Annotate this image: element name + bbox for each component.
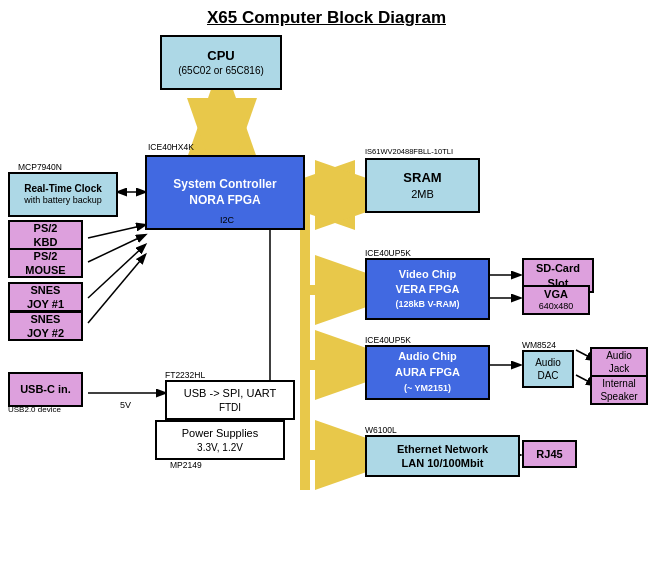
audio-jack-box: AudioJack: [590, 347, 648, 377]
audio-jack-label: AudioJack: [606, 349, 632, 375]
rj45-box: RJ45: [522, 440, 577, 468]
svg-line-12: [88, 235, 145, 262]
ethernet-box: Ethernet NetworkLAN 10/100Mbit: [365, 435, 520, 477]
sc-label: System Controller: [173, 177, 276, 193]
ethernet-label: Ethernet NetworkLAN 10/100Mbit: [397, 442, 488, 471]
vga-label: VGA: [544, 287, 568, 301]
ftdi-chip-label: FT2232HL: [165, 370, 205, 380]
nora-chip-label: ICE40HX4K: [148, 142, 194, 152]
snes-joy1-box: SNESJOY #1: [8, 282, 83, 312]
usbc-sub: USB2.0 device: [8, 405, 61, 414]
internal-speaker-label: InternalSpeaker: [600, 377, 637, 403]
eth-chip-label: W6100L: [365, 425, 397, 435]
ps2-mouse-box: PS/2MOUSE: [8, 248, 83, 278]
audio-chip-box: Audio ChipAURA FPGA(~ YM2151): [365, 345, 490, 400]
power-label: Power Supplies: [182, 426, 258, 440]
sram-label: SRAM: [403, 170, 441, 187]
rtc-sub: with battery backup: [24, 195, 102, 207]
cpu-sub: (65C02 or 65C816): [178, 64, 264, 77]
svg-line-11: [88, 225, 145, 238]
usb-spi-label: USB -> SPI, UART: [184, 386, 276, 400]
ps2-kbd-label: PS/2KBD: [34, 221, 58, 250]
diagram: X65 Computer Block Diagram: [0, 0, 653, 561]
sc-sub: NORA FPGA: [189, 193, 261, 209]
sram-box: SRAM 2MB: [365, 158, 480, 213]
dac-label: AudioDAC: [535, 356, 561, 382]
usb-spi-box: USB -> SPI, UART FTDI: [165, 380, 295, 420]
cpu-box: CPU (65C02 or 65C816): [160, 35, 282, 90]
5v-label: 5V: [120, 400, 131, 410]
i2c-label: I2C: [220, 215, 234, 225]
ps2-mouse-label: PS/2MOUSE: [25, 249, 65, 278]
internal-speaker-box: InternalSpeaker: [590, 375, 648, 405]
sram-chip-label: IS61WV20488FBLL-10TLI: [365, 147, 453, 156]
snes-joy2-label: SNESJOY #2: [27, 312, 64, 341]
video-label: Video ChipVERA FPGA(128kB V-RAM): [395, 267, 459, 310]
usb-spi-sub: FTDI: [219, 401, 241, 414]
power-box: Power Supplies 3.3V, 1.2V: [155, 420, 285, 460]
audio-chip-label-chip: ICE40UP5K: [365, 335, 411, 345]
dac-chip-label: WM8524: [522, 340, 556, 350]
ps2-kbd-box: PS/2KBD: [8, 220, 83, 250]
audio-label: Audio ChipAURA FPGA(~ YM2151): [395, 349, 460, 395]
video-chip-box: Video ChipVERA FPGA(128kB V-RAM): [365, 258, 490, 320]
vga-box: VGA 640x480: [522, 285, 590, 315]
rtc-box: Real-Time Clock with battery backup: [8, 172, 118, 217]
video-chip-label-chip: ICE40UP5K: [365, 248, 411, 258]
svg-line-14: [88, 255, 145, 323]
rtc-label: Real-Time Clock: [24, 182, 102, 195]
page-title: X65 Computer Block Diagram: [0, 0, 653, 28]
cpu-label: CPU: [207, 48, 234, 65]
power-chip-label: MP2149: [170, 460, 202, 470]
usbc-label: USB-C in.: [20, 382, 71, 396]
sram-sub: 2MB: [411, 187, 434, 201]
snes-joy1-label: SNESJOY #1: [27, 283, 64, 312]
power-sub: 3.3V, 1.2V: [197, 441, 243, 454]
svg-line-13: [88, 245, 145, 298]
vga-sub: 640x480: [539, 301, 574, 313]
rj45-label: RJ45: [536, 447, 562, 461]
rtc-chip-label: MCP7940N: [18, 162, 62, 172]
usbc-box: USB-C in.: [8, 372, 83, 407]
snes-joy2-box: SNESJOY #2: [8, 311, 83, 341]
audio-dac-box: AudioDAC: [522, 350, 574, 388]
